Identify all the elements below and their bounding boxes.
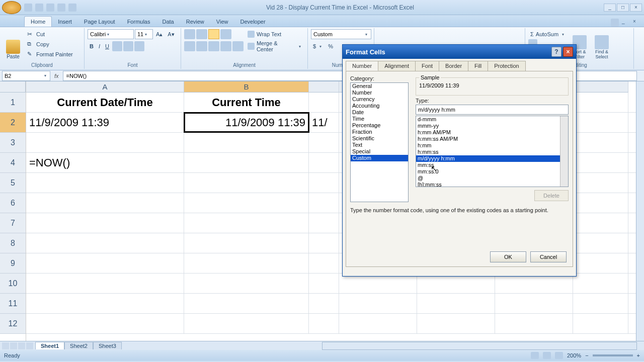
font-size-combo[interactable]: 11▾ xyxy=(135,29,153,39)
cell[interactable] xyxy=(309,233,339,253)
zoom-out-button[interactable]: − xyxy=(585,352,588,358)
row-header[interactable]: 7 xyxy=(0,213,26,233)
align-right-button[interactable] xyxy=(208,41,219,51)
dialog-tab-alignment[interactable]: Alignment xyxy=(378,61,416,71)
cell[interactable] xyxy=(26,213,184,233)
underline-button[interactable]: U xyxy=(103,41,111,51)
list-item[interactable]: Text xyxy=(351,142,408,148)
col-header[interactable] xyxy=(309,81,339,93)
merge-center-button[interactable]: Merge & Center▾ xyxy=(246,41,304,51)
indent-inc-button[interactable] xyxy=(232,41,244,51)
cell[interactable] xyxy=(184,193,309,213)
list-item[interactable]: h:mm AM/PM xyxy=(416,129,568,136)
orientation-button[interactable] xyxy=(220,29,231,39)
font-name-combo[interactable]: Calibri▾ xyxy=(88,29,134,39)
cell[interactable] xyxy=(573,274,628,293)
zoom-level[interactable]: 200% xyxy=(567,352,581,358)
cell[interactable] xyxy=(309,193,339,213)
cell[interactable] xyxy=(495,314,573,333)
view-normal-icon[interactable] xyxy=(531,352,539,359)
cell[interactable] xyxy=(309,294,339,313)
category-list[interactable]: General Number Currency Accounting Date … xyxy=(350,82,409,202)
col-header[interactable]: A xyxy=(26,81,184,93)
cancel-button[interactable]: Cancel xyxy=(530,251,567,262)
cell[interactable] xyxy=(26,274,184,293)
cell-a2[interactable]: 11/9/2009 11:39 xyxy=(26,113,184,132)
save-icon[interactable] xyxy=(24,4,32,12)
cell[interactable] xyxy=(184,253,309,273)
tab-nav-prev[interactable] xyxy=(10,342,17,349)
cut-button[interactable]: Cut xyxy=(25,29,75,39)
type-list-scrollbar[interactable] xyxy=(560,116,568,187)
border-button[interactable] xyxy=(112,41,122,51)
list-item[interactable]: mm:ss xyxy=(416,162,568,168)
select-all-corner[interactable] xyxy=(0,81,26,93)
cell[interactable] xyxy=(309,274,339,293)
dialog-tab-protection[interactable]: Protection xyxy=(488,61,526,71)
col-header[interactable] xyxy=(573,81,628,93)
dialog-tab-number[interactable]: Number xyxy=(346,61,378,71)
list-item[interactable]: h:mm xyxy=(416,142,568,149)
fill-color-button[interactable] xyxy=(123,41,133,51)
cell[interactable] xyxy=(309,133,339,152)
sheet-tab[interactable]: Sheet3 xyxy=(93,342,122,349)
tab-view[interactable]: View xyxy=(210,17,234,27)
cell-b1[interactable]: Current Time xyxy=(184,93,309,112)
cell[interactable] xyxy=(573,173,628,193)
row-header[interactable]: 12 xyxy=(0,314,26,334)
type-list[interactable]: d-mmm mmm-yy h:mm AM/PM h:mm:ss AM/PM h:… xyxy=(416,116,569,187)
cell[interactable] xyxy=(184,133,309,152)
tab-data[interactable]: Data xyxy=(156,17,180,27)
tab-page-layout[interactable]: Page Layout xyxy=(78,17,121,27)
qat-icon[interactable] xyxy=(68,4,76,12)
align-top-button[interactable] xyxy=(184,29,195,39)
list-item[interactable]: Number xyxy=(351,89,408,96)
list-item[interactable]: General xyxy=(351,83,408,89)
cell[interactable] xyxy=(309,173,339,193)
list-item[interactable]: Custom xyxy=(351,155,408,161)
cell[interactable] xyxy=(26,294,184,313)
list-item[interactable]: d-mmm xyxy=(416,116,568,123)
cell[interactable] xyxy=(309,314,339,333)
cell[interactable] xyxy=(573,193,628,213)
cell[interactable] xyxy=(573,133,628,152)
cell-b2[interactable]: 11/9/2009 11:39 xyxy=(184,113,309,132)
type-input[interactable] xyxy=(416,105,569,115)
copy-button[interactable]: Copy xyxy=(25,39,75,49)
list-item[interactable]: m/d/yyyy h:mm xyxy=(416,155,568,162)
indent-dec-button[interactable] xyxy=(220,41,231,51)
dialog-tab-font[interactable]: Font xyxy=(415,61,439,71)
cell[interactable] xyxy=(417,294,495,313)
cell[interactable] xyxy=(573,253,628,273)
row-header[interactable]: 3 xyxy=(0,133,26,153)
dialog-tab-border[interactable]: Border xyxy=(439,61,468,71)
dialog-title-bar[interactable]: Format Cells ? × xyxy=(343,45,576,59)
grow-font-button[interactable]: A▴ xyxy=(154,29,165,39)
list-item[interactable]: Date xyxy=(351,109,408,116)
find-select-button[interactable]: Find & Select xyxy=(592,29,612,59)
list-item[interactable]: h:mm:ss AM/PM xyxy=(416,136,568,142)
cell[interactable] xyxy=(184,294,309,313)
row-header[interactable]: 9 xyxy=(0,253,26,274)
align-bottom-button[interactable] xyxy=(208,29,219,39)
list-item[interactable]: Currency xyxy=(351,96,408,103)
zoom-slider[interactable] xyxy=(593,354,633,356)
ok-button[interactable]: OK xyxy=(490,251,526,262)
cell[interactable] xyxy=(184,233,309,253)
cell[interactable] xyxy=(573,213,628,233)
currency-button[interactable]: $▾ xyxy=(311,41,325,51)
cell[interactable] xyxy=(26,133,184,152)
cell[interactable] xyxy=(573,314,628,333)
close-button[interactable]: × xyxy=(630,4,642,12)
tab-nav-next[interactable] xyxy=(18,342,25,349)
format-painter-button[interactable]: Format Painter xyxy=(25,49,75,59)
delete-button[interactable]: Delete xyxy=(534,190,569,201)
list-item[interactable]: mmm-yy xyxy=(416,123,568,129)
cell[interactable] xyxy=(573,113,628,132)
cell[interactable] xyxy=(26,253,184,273)
cell[interactable] xyxy=(573,294,628,313)
list-item[interactable]: [h]:mm:ss xyxy=(416,182,568,187)
tab-insert[interactable]: Insert xyxy=(52,17,78,27)
workbook-close-button[interactable]: × xyxy=(633,19,641,27)
cell-c2[interactable]: 11/ xyxy=(309,113,339,132)
